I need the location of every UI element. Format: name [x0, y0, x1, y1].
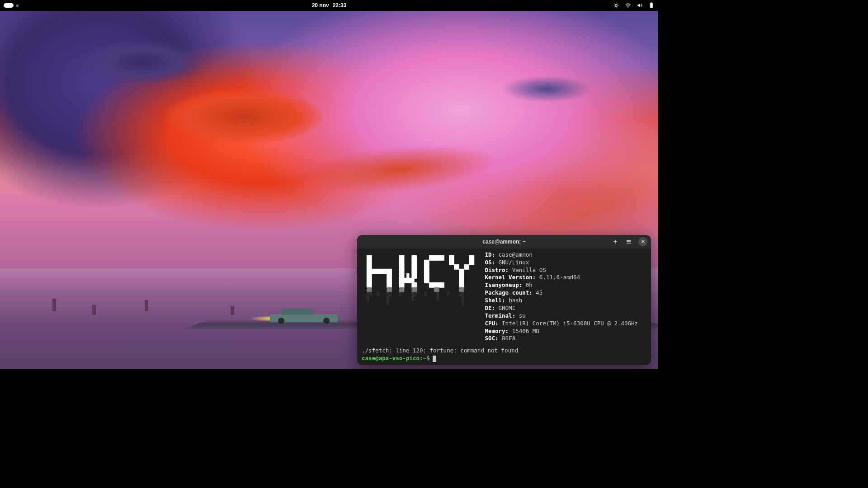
info-row: Kernel Version: 6.11.6-amd64 [485, 274, 646, 282]
info-row: Package count: 45 [485, 289, 646, 297]
activities-pill-icon[interactable] [4, 3, 14, 8]
clock-area[interactable]: 20 nov 22:33 [312, 2, 347, 9]
time-label: 22:33 [333, 2, 347, 9]
brightness-icon[interactable] [613, 2, 619, 9]
system-info: ID: case@ammon OS: GNU/Linux Distro: Van… [485, 251, 646, 343]
info-row: CPU: Intel(R) Core(TM) i5-6300U CPU @ 2.… [485, 320, 646, 328]
menu-button[interactable] [625, 238, 633, 246]
cursor-icon [433, 356, 436, 362]
svg-point-0 [615, 5, 618, 7]
info-row: Terminal: su [485, 312, 646, 320]
workspace-indicator-icon[interactable] [16, 5, 19, 7]
activities-area[interactable] [4, 3, 19, 8]
terminal-titlebar[interactable]: case@ammon: ~ [357, 235, 651, 249]
system-tray[interactable] [613, 2, 655, 9]
prompt-line[interactable]: case@apx-vso-pico:~$ [362, 355, 646, 362]
terminal-window[interactable]: case@ammon: ~ ██ ██ ██ ██████ ██ ██ ██ █… [357, 235, 651, 365]
ascii-logo: ██ ██ ██ ██████ ██ ██ ██ ██ ██ ██ ██ ██ … [362, 251, 474, 343]
new-tab-button[interactable] [611, 238, 619, 246]
close-button[interactable] [638, 237, 647, 246]
prompt-path: ~ [423, 355, 426, 361]
info-row: ID: case@ammon [485, 251, 646, 259]
info-row: Memory: 15406 MB [485, 328, 646, 335]
terminal-title: case@ammon: ~ [482, 239, 525, 245]
top-bar: 20 nov 22:33 [0, 0, 658, 11]
info-row: Shell: bash [485, 297, 646, 305]
prompt-user: case@apx-vso-pico [362, 355, 420, 361]
info-row: OS: GNU/Linux [485, 259, 646, 267]
info-row: Distro: Vanilla OS [485, 267, 646, 274]
svg-rect-3 [651, 3, 652, 3]
volume-icon[interactable] [637, 2, 643, 9]
svg-point-1 [627, 7, 628, 7]
info-row: DE: GNOME [485, 305, 646, 312]
svg-rect-4 [651, 4, 652, 7]
info-row: Isanyoneup: 0h [485, 282, 646, 289]
prompt-symbol: $ [426, 355, 430, 362]
error-line: ./sfetch: line 120: fortune: command not… [362, 347, 646, 355]
date-label: 20 nov [312, 2, 329, 9]
wifi-icon[interactable] [625, 2, 631, 9]
info-row: SOC: 80FA [485, 335, 646, 343]
terminal-content[interactable]: ██ ██ ██ ██████ ██ ██ ██ ██ ██ ██ ██ ██ … [357, 249, 651, 365]
battery-icon[interactable] [648, 2, 655, 9]
